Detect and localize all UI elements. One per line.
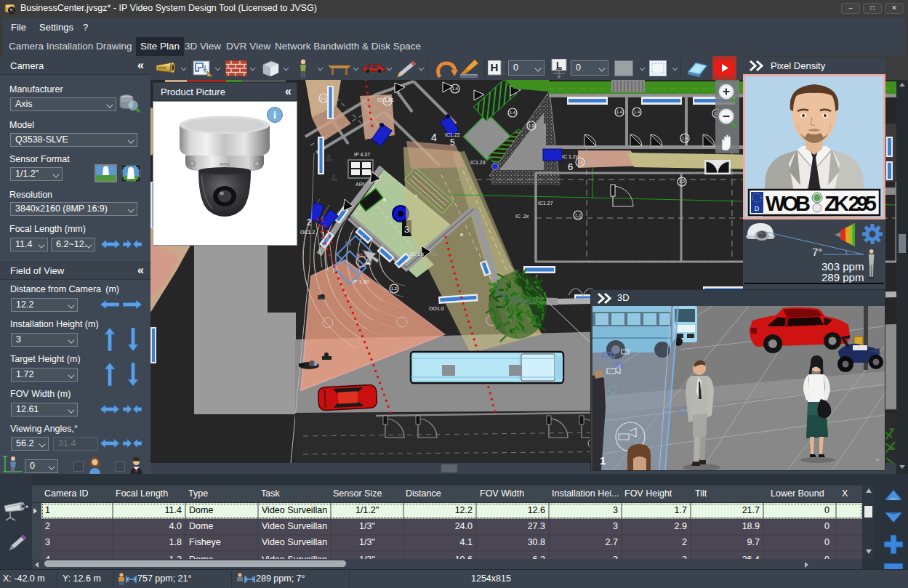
svg-text:289 ppm: 289 ppm [821, 271, 864, 283]
svg-text:1.2: 1.2 [577, 160, 584, 164]
svg-text:1.4: 1.4 [634, 110, 640, 114]
svg-text:IP 1.30: IP 1.30 [353, 279, 369, 284]
svg-text:IC1.22: IC1.22 [445, 132, 460, 137]
svg-text:IP 4.37: IP 4.37 [354, 152, 370, 157]
svg-text:OC1.2: OC1.2 [300, 230, 315, 235]
svg-text:1.2: 1.2 [679, 180, 686, 184]
svg-text:7°: 7° [812, 246, 822, 258]
svg-text:ZK 295: ZK 295 [824, 192, 877, 215]
svg-text:1.2: 1.2 [575, 213, 582, 217]
svg-text:6: 6 [568, 161, 573, 172]
svg-text:D: D [755, 205, 760, 212]
svg-text:WOB: WOB [766, 192, 811, 215]
svg-text:OO1.0: OO1.0 [429, 306, 444, 311]
svg-text:1.4: 1.4 [510, 110, 516, 115]
svg-text:1.4: 1.4 [452, 86, 459, 91]
svg-text:4: 4 [431, 132, 437, 143]
svg-text:1.2: 1.2 [321, 96, 327, 100]
svg-text:IC1.23: IC1.23 [470, 160, 486, 165]
svg-text:IC 1.2x: IC 1.2x [562, 154, 579, 159]
svg-text:1.4: 1.4 [616, 110, 623, 114]
svg-text:2C 1.x: 2C 1.x [409, 251, 425, 257]
svg-text:1.2: 1.2 [391, 286, 398, 291]
svg-text:IC1.27: IC1.27 [538, 201, 553, 206]
svg-text:1.4: 1.4 [682, 136, 688, 140]
svg-text:5: 5 [450, 137, 455, 148]
svg-text:1: 1 [600, 454, 606, 467]
svg-text:1.9: 1.9 [529, 124, 535, 128]
svg-text:H: H [491, 61, 499, 73]
svg-text:IO 1.31: IO 1.31 [377, 97, 394, 102]
svg-text:L: L [556, 60, 562, 71]
svg-text:AXIS: AXIS [220, 162, 230, 166]
svg-text:IC .2x: IC .2x [515, 214, 529, 219]
